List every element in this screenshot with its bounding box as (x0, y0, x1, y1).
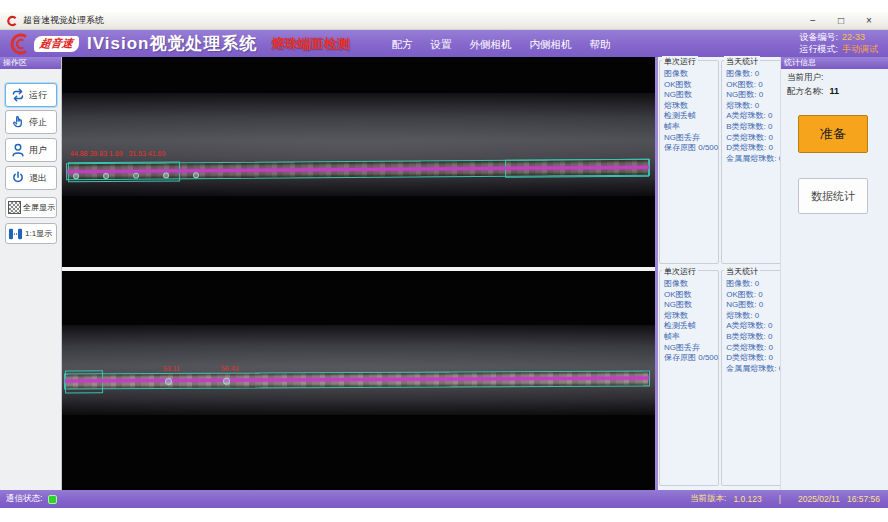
status-bar: 通信状态: 当前版本: 1.0.123 | 2025/02/11 16:57:5… (0, 490, 888, 508)
measurement-annotation-top: 44.88 39.83 1.69 31.53 41.69 (70, 150, 165, 157)
stat-row: 图像数 (664, 279, 718, 290)
comm-status-indicator (48, 495, 57, 504)
day-stats-rows: 图像数: 0OK图数: 0NG图数: 0熔珠数: 0A类熔珠数: 0B类熔珠数:… (722, 271, 783, 374)
operation-sidebar: 操作区 运行 停止 (0, 57, 62, 490)
stat-row: 保存原图 0/500 (664, 353, 718, 364)
prepare-button[interactable]: 准备 (798, 115, 868, 153)
fullscreen-dither-icon (8, 201, 21, 214)
bead-marker (73, 173, 79, 179)
run-button-label: 运行 (29, 89, 47, 102)
menu-item-settings[interactable]: 设置 (430, 38, 451, 52)
stat-row: OK图数 (664, 290, 718, 301)
stat-row: NG图数: 0 (726, 90, 783, 101)
bead-marker (103, 173, 109, 179)
user-button[interactable]: 用户 (5, 138, 57, 162)
minimize-button[interactable]: − (806, 15, 820, 26)
current-user-label: 当前用户: (787, 72, 823, 82)
stats-panel-bottom: 单次运行 图像数OK图数NG图数熔珠数检测丢帧帧率NG图丢弃保存原图 0/500… (659, 270, 779, 486)
menu-item-inner-camera[interactable]: 内侧相机 (529, 38, 571, 52)
weld-bead-strip-top (66, 159, 650, 181)
run-stats-group: 单次运行 图像数OK图数NG图数熔珠数检测丢帧帧率NG图丢弃保存原图 0/500 (659, 270, 719, 486)
stop-button[interactable]: 停止 (5, 110, 57, 134)
run-button[interactable]: 运行 (5, 83, 57, 107)
maximize-button[interactable]: □ (834, 15, 848, 26)
close-button[interactable]: × (862, 15, 876, 26)
data-statistics-button[interactable]: 数据统计 (798, 178, 868, 214)
stat-row: NG图数: 0 (726, 300, 783, 311)
recipe-name-value: 11 (829, 86, 839, 96)
bead-marker (165, 378, 172, 385)
brand-logo-text: 超音速 (39, 36, 74, 51)
stat-row: OK图数: 0 (726, 80, 783, 91)
stat-row: A类熔珠数: 0 (726, 321, 783, 332)
stat-row: 帧率 (664, 332, 718, 343)
stat-row: D类熔珠数: 0 (726, 353, 783, 364)
exit-button[interactable]: 退出 (5, 166, 57, 190)
workspace: 操作区 运行 停止 (0, 57, 888, 490)
one-to-one-button[interactable]: 1:1显示 (5, 223, 57, 244)
sidebar-title: 操作区 (0, 57, 61, 69)
app-header: 超音速 IVision视觉处理系统 熔珠端面检测 配方 设置 外侧相机 内侧相机… (0, 30, 888, 57)
device-number-value: 22-33 (842, 32, 865, 42)
version-value: 1.0.123 (733, 494, 761, 504)
stat-row: A类熔珠数: 0 (726, 111, 783, 122)
app-title: IVision视觉处理系统 (87, 32, 257, 55)
menu-item-recipe[interactable]: 配方 (391, 38, 412, 52)
stat-row: B类熔珠数: 0 (726, 332, 783, 343)
application-window: 超音速视觉处理系统 − □ × 超音速 IVision视觉处理系统 熔珠端面检测… (0, 0, 888, 522)
loop-arrows-icon (10, 87, 26, 103)
stat-row: 熔珠数 (664, 101, 718, 112)
stat-row: 金属屑熔珠数: 0 (726, 154, 783, 165)
stat-row: NG图数 (664, 90, 718, 101)
stat-row: NG图丢弃 (664, 133, 718, 144)
fullscreen-button[interactable]: 全屏显示 (5, 197, 57, 218)
info-panel-title: 统计信息 (781, 57, 888, 69)
day-stats-title: 当天统计 (724, 266, 760, 277)
status-time: 16:57:56 (847, 494, 880, 504)
stat-row: C类熔珠数: 0 (726, 133, 783, 144)
camera-view-top[interactable]: 44.88 39.83 1.69 31.53 41.69 (62, 57, 655, 267)
stop-button-label: 停止 (29, 116, 47, 129)
stat-row: 金属屑熔珠数: 0 (726, 364, 783, 375)
run-mode-value: 手动调试 (842, 44, 878, 54)
bead-marker (193, 172, 199, 178)
day-stats-title: 当天统计 (724, 56, 760, 67)
stat-row: 熔珠数 (664, 311, 718, 322)
one-to-one-button-label: 1:1显示 (25, 228, 52, 239)
info-panel: 统计信息 当前用户: 配方名称:11 准备 数据统计 (780, 57, 888, 490)
status-date: 2025/02/11 (798, 494, 840, 504)
stat-row: 保存原图 0/500 (664, 143, 718, 154)
stat-row: 图像数 (664, 69, 718, 80)
power-icon (10, 170, 26, 186)
main-menu: 配方 设置 外侧相机 内侧相机 帮助 (391, 38, 610, 57)
camera-view-bottom[interactable]: 53.11 56.43 (62, 271, 655, 490)
measurement-label: 53.11 (163, 365, 180, 372)
stat-row: 图像数: 0 (726, 279, 783, 290)
stat-row: OK图数 (664, 80, 718, 91)
menu-item-help[interactable]: 帮助 (589, 38, 610, 52)
app-subtitle: 熔珠端面检测 (271, 35, 349, 53)
version-label: 当前版本: (690, 493, 726, 505)
stats-panel-top: 单次运行 图像数OK图数NG图数熔珠数检测丢帧帧率NG图丢弃保存原图 0/500… (659, 60, 779, 264)
stat-row: 熔珠数: 0 (726, 101, 783, 112)
run-stats-group: 单次运行 图像数OK图数NG图数熔珠数检测丢帧帧率NG图丢弃保存原图 0/500 (659, 60, 719, 264)
day-stats-group: 当天统计 图像数: 0OK图数: 0NG图数: 0熔珠数: 0A类熔珠数: 0B… (721, 60, 784, 264)
hand-stop-icon (10, 114, 26, 130)
window-controls: − □ × (806, 15, 882, 26)
device-info: 设备编号:22-33 运行模式:手动调试 (799, 32, 882, 55)
stat-row: 图像数: 0 (726, 69, 783, 80)
day-stats-rows: 图像数: 0OK图数: 0NG图数: 0熔珠数: 0A类熔珠数: 0B类熔珠数:… (722, 61, 783, 164)
user-button-label: 用户 (29, 144, 47, 157)
recipe-name-label: 配方名称: (787, 86, 823, 96)
version-info: 当前版本: 1.0.123 | 2025/02/11 16:57:56 (690, 493, 882, 505)
stat-row: B类熔珠数: 0 (726, 122, 783, 133)
menu-item-outer-camera[interactable]: 外侧相机 (469, 38, 511, 52)
weld-bead-strip-bottom: 53.11 56.43 (64, 370, 650, 389)
window-title: 超音速视觉处理系统 (23, 14, 104, 27)
user-icon (10, 142, 26, 158)
statistics-column: 单次运行 图像数OK图数NG图数熔珠数检测丢帧帧率NG图丢弃保存原图 0/500… (658, 57, 780, 490)
run-mode-label: 运行模式: (799, 44, 838, 54)
stat-row: C类熔珠数: 0 (726, 343, 783, 354)
info-panel-body: 当前用户: 配方名称:11 准备 数据统计 (781, 69, 888, 490)
window-titlebar: 超音速视觉处理系统 − □ × (0, 12, 888, 30)
